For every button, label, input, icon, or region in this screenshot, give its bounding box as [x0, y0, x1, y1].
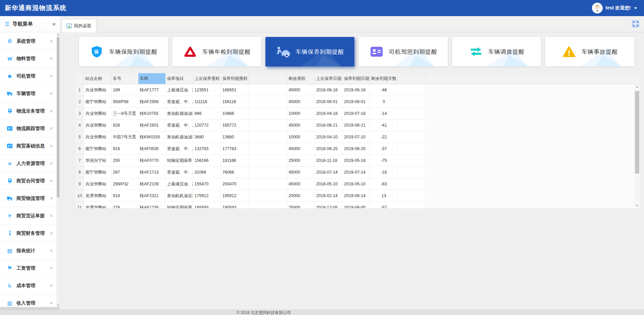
header-vehicle-no[interactable]: 车号 [112, 73, 138, 84]
table-row[interactable]: 6南宁华腾站916桂AF0535变速箱、中、后13278317778345000… [76, 143, 640, 155]
alert-card-4[interactable]: 车辆调拨提醒 [452, 37, 541, 66]
cell-remaining-mileage: 45000 [287, 167, 315, 178]
cell-spacer [249, 167, 287, 178]
cell-plate-no: 桂AF2956 [138, 96, 166, 108]
table-row[interactable]: 1兴业华腾站189桂AF1777上装液压油、减12355116855145000… [76, 84, 640, 96]
sidebar-item-12[interactable]: ▤报表统计» [0, 242, 56, 260]
fullscreen-icon[interactable] [632, 20, 640, 28]
chevron-expand-icon: » [49, 57, 54, 60]
sidebar-item-0[interactable]: ⚙系统管理» [0, 33, 56, 50]
header-station-name[interactable]: 站点名称 [84, 73, 112, 84]
cell-due-date: 2019-05-10 [343, 178, 370, 190]
cell-spacer [249, 202, 287, 208]
header-due-date[interactable]: 保养到期日期 [343, 73, 370, 84]
sidebar-item-10[interactable]: ✈商贸货运单据» [0, 207, 56, 225]
table-row[interactable]: 2南宁华腾站958/P58桂AF2956变速箱、中、后1111161561164… [76, 96, 640, 108]
header-maintenance-item[interactable]: 保养项目 [166, 73, 193, 84]
sidebar-item-13[interactable]: ⚑工资管理» [0, 260, 56, 277]
cell-remaining-days: -41 [370, 120, 398, 131]
sidebar-item-label: 物流跟踪管理 [16, 126, 45, 132]
user-menu[interactable]: test 欢迎您! [592, 3, 637, 13]
cell-due-date: 2019-06-16 [343, 84, 370, 96]
sidebar-item-7[interactable]: »人力资源管理» [0, 155, 56, 172]
user-welcome-text: test 欢迎您! [606, 5, 631, 11]
table-row[interactable]: 5兴业华腾站中联7号天泵桂KW0155发动机柴油滤芯36801368010000… [76, 131, 640, 143]
cell-spacer [249, 155, 287, 167]
trade-info-icon [6, 144, 13, 148]
cell-vehicle-no: 278 [112, 202, 138, 208]
table-row[interactable]: 3兴业华腾站三一8号天泵桂K10755发动机柴油滤芯66610666100002… [76, 108, 640, 120]
table-row[interactable]: 9兴业华腾站299/P32桂AF2109上装液压油、减1554702004704… [76, 178, 640, 190]
header-remaining-mileage[interactable]: 剩余里程 [287, 73, 315, 84]
cell-tail [398, 178, 426, 190]
sidebar-item-4[interactable]: 物流业务管理» [0, 102, 56, 120]
scroll-up-icon[interactable]: ▲ [56, 33, 60, 36]
sidebar-item-11[interactable]: 商贸财务管理» [0, 225, 56, 242]
tab-my-desktop[interactable]: 我的桌面 [61, 19, 96, 32]
sidebar-collapse-button[interactable]: « [52, 20, 56, 28]
header-last-maintenance-mileage[interactable]: 上次保养里程 [193, 73, 221, 84]
sidebar-item-8[interactable]: 商贸合同管理» [0, 172, 56, 190]
materials-icon: W [6, 56, 13, 61]
sidebar-item-9[interactable]: 商贸物流管理» [0, 190, 56, 207]
tab-label: 我的桌面 [74, 23, 91, 29]
sidebar-item-label: 商贸物流管理 [16, 195, 45, 201]
alert-card-1[interactable]: 车辆年检到期提醒 [172, 37, 261, 66]
cell-due-date: 2019-07-14 [343, 167, 370, 178]
sidebar-item-15[interactable]: ▥收入管理» [0, 295, 56, 307]
cell-remaining-mileage: 20000 [287, 190, 315, 202]
scroll-down-icon[interactable]: ▼ [634, 204, 640, 207]
cell-station-name: 南宁华腾站 [84, 143, 112, 155]
sidebar-item-1[interactable]: W物料管理» [0, 50, 56, 68]
scroll-down-icon[interactable]: ▼ [56, 304, 60, 306]
sidebar-scrollbar[interactable]: ▲ ▼ [56, 33, 60, 307]
table-row[interactable]: 11龙潭华腾站278桂AF1735轮轴定期保养16559319059325000… [76, 202, 640, 208]
cell-remaining-mileage: 25000 [287, 202, 315, 208]
chevron-expand-icon: » [49, 162, 54, 165]
cell-vehicle-no: 919 [112, 190, 138, 202]
cell-maintenance-item: 发动机机油定期 [166, 190, 193, 202]
cell-maintenance-item: 变速箱、中、后 [166, 167, 193, 178]
cell-plate-no: 桂AF0770 [138, 155, 166, 167]
cell-station-name: 兴业华腾站 [84, 84, 112, 96]
cell-vehicle-no: 189 [112, 84, 138, 96]
table-row[interactable]: 10龙潭华腾站919桂AF2321发动机机油定期1759121959122000… [76, 190, 640, 202]
alert-card-2[interactable]: 车辆保养到期提醒 [265, 37, 354, 66]
cell-vehicle-no: 三一8号天泵 [112, 108, 138, 120]
cell-maintenance-item: 变速箱、中、后 [166, 120, 193, 131]
sidebar-item-3[interactable]: 车辆管理» [0, 85, 56, 102]
table-scrollbar-thumb[interactable] [635, 91, 639, 174]
sidebar-item-label: 收入管理 [16, 300, 35, 306]
table-row[interactable]: 7华润兴宁站255桂AF0770轮轴定期保养156166181166250002… [76, 155, 640, 167]
cell-spacer [249, 84, 287, 96]
drivers-icon: ☻ [6, 73, 13, 79]
sidebar-item-6[interactable]: 商贸基础信息» [0, 137, 56, 155]
cell-maintenance-item: 轮轴定期保养 [166, 202, 193, 208]
sidebar-item-2[interactable]: ☻司机管理» [0, 68, 56, 85]
sidebar-item-14[interactable]: ♿成本管理» [0, 277, 56, 295]
sidebar-menu: ⚙系统管理»W物料管理»☻司机管理»车辆管理»物流业务管理»物流跟踪管理»商贸基… [0, 33, 56, 307]
table-row[interactable]: 4兴业华腾站928桂AF2801变速箱、中、后12077216577245000… [76, 120, 640, 131]
cell-due-mileage: 200470 [221, 178, 249, 190]
table-row[interactable]: 8南宁华腾站267桂AF1713变速箱、中、后31066760664500020… [76, 167, 640, 178]
header-due-mileage[interactable]: 保养到期里程 [221, 73, 249, 84]
chevron-expand-icon: » [49, 40, 54, 42]
content-area: 我的桌面 保车辆保险到期提醒车辆年检到期提醒车辆保养到期提醒司机驾照到期提醒车辆… [60, 16, 644, 310]
cell-filler [426, 96, 640, 108]
cell-last-maintenance-date: 2018-07-14 [315, 167, 343, 178]
header-plate-no[interactable]: 车牌 [138, 73, 166, 84]
alert-card-3[interactable]: 司机驾照到期提醒 [359, 37, 448, 66]
header-last-maintenance-date[interactable]: 上次保养日期 [315, 73, 343, 84]
scroll-up-icon[interactable]: ▲ [634, 85, 640, 88]
cell-filler [426, 143, 640, 155]
alert-card-0[interactable]: 保车辆保险到期提醒 [79, 37, 168, 66]
cell-spacer [249, 108, 287, 120]
table-scrollbar[interactable]: ▲ ▼ [634, 84, 640, 208]
sidebar-item-5[interactable]: 物流跟踪管理» [0, 120, 56, 137]
header-remaining-days[interactable]: 剩余到期天数 [370, 73, 398, 84]
alert-card-5[interactable]: 车辆事故提醒 [545, 37, 634, 66]
cell-remaining-days: -57 [370, 202, 398, 208]
cell-last-maintenance-date: 2019-04-18 [315, 108, 343, 120]
maintenance-table: 站点名称车号车牌保养项目上次保养里程保养到期里程剩余里程上次保养日期保养到期日期… [76, 73, 640, 208]
sidebar-scrollbar-thumb[interactable] [57, 37, 59, 197]
